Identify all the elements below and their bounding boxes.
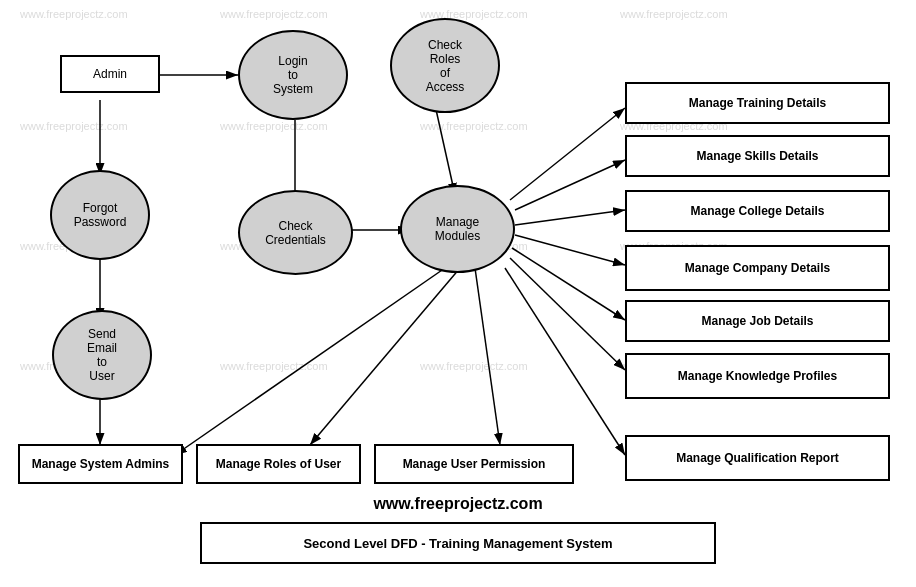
svg-line-11 bbox=[515, 235, 625, 265]
manage-skills-label: Manage Skills Details bbox=[696, 149, 818, 163]
login-label: LogintoSystem bbox=[273, 54, 313, 96]
diagram-container: www.freeprojectz.com www.freeprojectz.co… bbox=[0, 0, 916, 587]
svg-line-12 bbox=[512, 248, 625, 320]
manage-modules-label: ManageModules bbox=[435, 215, 480, 243]
manage-knowledge-label: Manage Knowledge Profiles bbox=[678, 369, 837, 383]
check-roles-circle: CheckRolesofAccess bbox=[390, 18, 500, 113]
check-roles-label: CheckRolesofAccess bbox=[426, 38, 465, 94]
check-credentials-circle: CheckCredentials bbox=[238, 190, 353, 275]
forgot-password-label: ForgotPassword bbox=[74, 201, 127, 229]
svg-line-9 bbox=[515, 160, 625, 210]
manage-training-label: Manage Training Details bbox=[689, 96, 826, 110]
manage-modules-circle: ManageModules bbox=[400, 185, 515, 273]
manage-college-label: Manage College Details bbox=[690, 204, 824, 218]
svg-line-14 bbox=[505, 268, 625, 455]
manage-qualification-label: Manage Qualification Report bbox=[676, 451, 839, 465]
website-label: www.freeprojectz.com bbox=[373, 495, 542, 512]
watermark: www.freeprojectz.com bbox=[220, 360, 328, 372]
forgot-password-circle: ForgotPassword bbox=[50, 170, 150, 260]
watermark: www.freeprojectz.com bbox=[420, 120, 528, 132]
svg-line-17 bbox=[175, 268, 445, 455]
manage-knowledge-box: Manage Knowledge Profiles bbox=[625, 353, 890, 399]
manage-job-box: Manage Job Details bbox=[625, 300, 890, 342]
check-credentials-label: CheckCredentials bbox=[265, 219, 326, 247]
manage-job-label: Manage Job Details bbox=[701, 314, 813, 328]
manage-user-permission-label: Manage User Permission bbox=[403, 457, 546, 471]
manage-qualification-box: Manage Qualification Report bbox=[625, 435, 890, 481]
manage-company-label: Manage Company Details bbox=[685, 261, 830, 275]
manage-company-box: Manage Company Details bbox=[625, 245, 890, 291]
admin-label: Admin bbox=[93, 67, 127, 81]
manage-system-admins-box: Manage System Admins bbox=[18, 444, 183, 484]
footer-title-label: Second Level DFD - Training Management S… bbox=[303, 536, 612, 551]
manage-roles-user-box: Manage Roles of User bbox=[196, 444, 361, 484]
svg-line-8 bbox=[510, 108, 625, 200]
watermark: www.freeprojectz.com bbox=[420, 360, 528, 372]
footer-title-box: Second Level DFD - Training Management S… bbox=[200, 522, 716, 564]
svg-line-3 bbox=[435, 105, 455, 195]
manage-roles-user-label: Manage Roles of User bbox=[216, 457, 341, 471]
send-email-circle: SendEmailtoUser bbox=[52, 310, 152, 400]
watermark: www.freeprojectz.com bbox=[20, 8, 128, 20]
watermark: www.freeprojectz.com bbox=[20, 120, 128, 132]
manage-college-box: Manage College Details bbox=[625, 190, 890, 232]
manage-skills-box: Manage Skills Details bbox=[625, 135, 890, 177]
svg-line-15 bbox=[310, 268, 460, 445]
manage-system-admins-label: Manage System Admins bbox=[32, 457, 170, 471]
svg-line-10 bbox=[515, 210, 625, 225]
watermark: www.freeprojectz.com bbox=[220, 120, 328, 132]
svg-line-16 bbox=[475, 268, 500, 445]
svg-line-13 bbox=[510, 258, 625, 370]
admin-box: Admin bbox=[60, 55, 160, 93]
login-circle: LogintoSystem bbox=[238, 30, 348, 120]
watermark: www.freeprojectz.com bbox=[620, 8, 728, 20]
send-email-label: SendEmailtoUser bbox=[87, 327, 117, 383]
watermark: www.freeprojectz.com bbox=[220, 8, 328, 20]
manage-user-permission-box: Manage User Permission bbox=[374, 444, 574, 484]
website-text: www.freeprojectz.com bbox=[0, 495, 916, 513]
manage-training-box: Manage Training Details bbox=[625, 82, 890, 124]
